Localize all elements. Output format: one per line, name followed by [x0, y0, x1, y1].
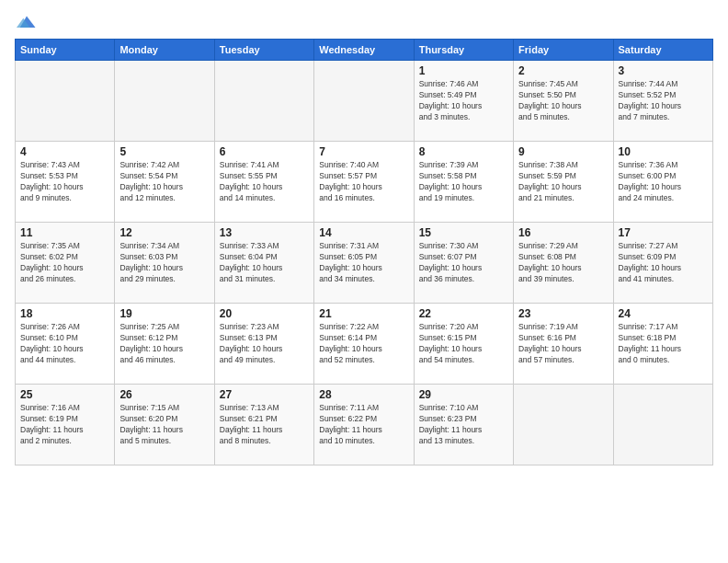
- day-info: Sunrise: 7:44 AM Sunset: 5:52 PM Dayligh…: [619, 79, 708, 123]
- calendar-cell: 13Sunrise: 7:33 AM Sunset: 6:04 PM Dayli…: [214, 223, 313, 304]
- calendar-cell: [214, 61, 313, 142]
- day-number: 19: [119, 307, 209, 320]
- day-number: 8: [419, 145, 508, 158]
- weekday-header: Wednesday: [314, 40, 414, 61]
- day-info: Sunrise: 7:35 AM Sunset: 6:02 PM Dayligh…: [20, 241, 109, 285]
- day-number: 28: [319, 388, 408, 401]
- day-number: 6: [220, 145, 309, 158]
- day-info: Sunrise: 7:29 AM Sunset: 6:08 PM Dayligh…: [518, 241, 608, 285]
- day-number: 5: [119, 145, 209, 158]
- day-number: 9: [518, 145, 608, 158]
- calendar-cell: 22Sunrise: 7:20 AM Sunset: 6:15 PM Dayli…: [414, 304, 513, 385]
- day-info: Sunrise: 7:15 AM Sunset: 6:20 PM Dayligh…: [119, 403, 209, 447]
- weekday-header: Thursday: [414, 40, 513, 61]
- calendar-cell: 14Sunrise: 7:31 AM Sunset: 6:05 PM Dayli…: [314, 223, 414, 304]
- day-info: Sunrise: 7:10 AM Sunset: 6:23 PM Dayligh…: [419, 403, 508, 447]
- calendar-cell: 4Sunrise: 7:43 AM Sunset: 5:53 PM Daylig…: [16, 142, 115, 223]
- calendar-row: 4Sunrise: 7:43 AM Sunset: 5:53 PM Daylig…: [16, 142, 713, 223]
- calendar-cell: 10Sunrise: 7:36 AM Sunset: 6:00 PM Dayli…: [613, 142, 712, 223]
- calendar-cell: 8Sunrise: 7:39 AM Sunset: 5:58 PM Daylig…: [414, 142, 513, 223]
- calendar-row: 11Sunrise: 7:35 AM Sunset: 6:02 PM Dayli…: [16, 223, 713, 304]
- day-number: 15: [419, 226, 508, 239]
- day-number: 2: [518, 64, 608, 77]
- day-info: Sunrise: 7:38 AM Sunset: 5:59 PM Dayligh…: [518, 160, 608, 204]
- weekday-header: Friday: [514, 40, 613, 61]
- day-number: 14: [319, 226, 408, 239]
- page: SundayMondayTuesdayWednesdayThursdayFrid…: [0, 0, 728, 563]
- calendar-cell: 7Sunrise: 7:40 AM Sunset: 5:57 PM Daylig…: [314, 142, 414, 223]
- day-info: Sunrise: 7:45 AM Sunset: 5:50 PM Dayligh…: [518, 79, 608, 123]
- day-number: 21: [319, 307, 408, 320]
- day-number: 29: [419, 388, 508, 401]
- day-number: 27: [220, 388, 309, 401]
- day-info: Sunrise: 7:22 AM Sunset: 6:14 PM Dayligh…: [319, 322, 408, 366]
- header: [15, 11, 713, 31]
- day-number: 13: [220, 226, 309, 239]
- calendar-cell: 20Sunrise: 7:23 AM Sunset: 6:13 PM Dayli…: [214, 304, 313, 385]
- calendar-row: 1Sunrise: 7:46 AM Sunset: 5:49 PM Daylig…: [16, 61, 713, 142]
- calendar-cell: 1Sunrise: 7:46 AM Sunset: 5:49 PM Daylig…: [414, 61, 513, 142]
- day-info: Sunrise: 7:20 AM Sunset: 6:15 PM Dayligh…: [419, 322, 508, 366]
- calendar-cell: [115, 61, 214, 142]
- calendar-cell: 15Sunrise: 7:30 AM Sunset: 6:07 PM Dayli…: [414, 223, 513, 304]
- day-number: 12: [119, 226, 209, 239]
- day-number: 20: [220, 307, 309, 320]
- day-number: 1: [419, 64, 508, 77]
- day-info: Sunrise: 7:41 AM Sunset: 5:55 PM Dayligh…: [220, 160, 309, 204]
- day-info: Sunrise: 7:42 AM Sunset: 5:54 PM Dayligh…: [119, 160, 209, 204]
- day-info: Sunrise: 7:26 AM Sunset: 6:10 PM Dayligh…: [20, 322, 109, 366]
- day-number: 11: [20, 226, 109, 239]
- day-number: 25: [20, 388, 109, 401]
- calendar-cell: [514, 385, 613, 465]
- day-info: Sunrise: 7:31 AM Sunset: 6:05 PM Dayligh…: [319, 241, 408, 285]
- day-number: 3: [619, 64, 708, 77]
- day-number: 18: [20, 307, 109, 320]
- day-info: Sunrise: 7:19 AM Sunset: 6:16 PM Dayligh…: [518, 322, 608, 366]
- calendar-cell: 28Sunrise: 7:11 AM Sunset: 6:22 PM Dayli…: [314, 385, 414, 465]
- day-info: Sunrise: 7:46 AM Sunset: 5:49 PM Dayligh…: [419, 79, 508, 123]
- day-info: Sunrise: 7:43 AM Sunset: 5:53 PM Dayligh…: [20, 160, 109, 204]
- calendar-cell: 9Sunrise: 7:38 AM Sunset: 5:59 PM Daylig…: [514, 142, 613, 223]
- calendar-cell: [314, 61, 414, 142]
- day-info: Sunrise: 7:13 AM Sunset: 6:21 PM Dayligh…: [220, 403, 309, 447]
- calendar-cell: 24Sunrise: 7:17 AM Sunset: 6:18 PM Dayli…: [613, 304, 712, 385]
- day-info: Sunrise: 7:33 AM Sunset: 6:04 PM Dayligh…: [220, 241, 309, 285]
- day-info: Sunrise: 7:11 AM Sunset: 6:22 PM Dayligh…: [319, 403, 408, 447]
- weekday-header: Monday: [115, 40, 214, 61]
- day-info: Sunrise: 7:40 AM Sunset: 5:57 PM Dayligh…: [319, 160, 408, 204]
- calendar-cell: 27Sunrise: 7:13 AM Sunset: 6:21 PM Dayli…: [214, 385, 313, 465]
- calendar-cell: 2Sunrise: 7:45 AM Sunset: 5:50 PM Daylig…: [514, 61, 613, 142]
- calendar-row: 25Sunrise: 7:16 AM Sunset: 6:19 PM Dayli…: [16, 385, 713, 465]
- calendar-cell: 3Sunrise: 7:44 AM Sunset: 5:52 PM Daylig…: [613, 61, 712, 142]
- calendar-cell: 26Sunrise: 7:15 AM Sunset: 6:20 PM Dayli…: [115, 385, 214, 465]
- day-number: 16: [518, 226, 608, 239]
- day-info: Sunrise: 7:34 AM Sunset: 6:03 PM Dayligh…: [119, 241, 209, 285]
- weekday-header: Saturday: [613, 40, 712, 61]
- day-info: Sunrise: 7:39 AM Sunset: 5:58 PM Dayligh…: [419, 160, 508, 204]
- calendar-cell: 25Sunrise: 7:16 AM Sunset: 6:19 PM Dayli…: [16, 385, 115, 465]
- calendar-cell: 21Sunrise: 7:22 AM Sunset: 6:14 PM Dayli…: [314, 304, 414, 385]
- day-info: Sunrise: 7:16 AM Sunset: 6:19 PM Dayligh…: [20, 403, 109, 447]
- weekday-header: Sunday: [16, 40, 115, 61]
- calendar-cell: 23Sunrise: 7:19 AM Sunset: 6:16 PM Dayli…: [514, 304, 613, 385]
- calendar-cell: [613, 385, 712, 465]
- calendar-table: SundayMondayTuesdayWednesdayThursdayFrid…: [15, 39, 713, 465]
- day-info: Sunrise: 7:17 AM Sunset: 6:18 PM Dayligh…: [619, 322, 708, 366]
- calendar-cell: [16, 61, 115, 142]
- day-info: Sunrise: 7:27 AM Sunset: 6:09 PM Dayligh…: [619, 241, 708, 285]
- calendar-cell: 17Sunrise: 7:27 AM Sunset: 6:09 PM Dayli…: [613, 223, 712, 304]
- day-info: Sunrise: 7:25 AM Sunset: 6:12 PM Dayligh…: [119, 322, 209, 366]
- calendar-cell: 5Sunrise: 7:42 AM Sunset: 5:54 PM Daylig…: [115, 142, 214, 223]
- weekday-header: Tuesday: [214, 40, 313, 61]
- day-number: 10: [619, 145, 708, 158]
- day-number: 24: [619, 307, 708, 320]
- day-info: Sunrise: 7:36 AM Sunset: 6:00 PM Dayligh…: [619, 160, 708, 204]
- logo-icon: [17, 11, 37, 31]
- day-info: Sunrise: 7:30 AM Sunset: 6:07 PM Dayligh…: [419, 241, 508, 285]
- calendar-cell: 12Sunrise: 7:34 AM Sunset: 6:03 PM Dayli…: [115, 223, 214, 304]
- calendar-cell: 6Sunrise: 7:41 AM Sunset: 5:55 PM Daylig…: [214, 142, 313, 223]
- day-number: 7: [319, 145, 408, 158]
- day-info: Sunrise: 7:23 AM Sunset: 6:13 PM Dayligh…: [220, 322, 309, 366]
- calendar-row: 18Sunrise: 7:26 AM Sunset: 6:10 PM Dayli…: [16, 304, 713, 385]
- day-number: 26: [119, 388, 209, 401]
